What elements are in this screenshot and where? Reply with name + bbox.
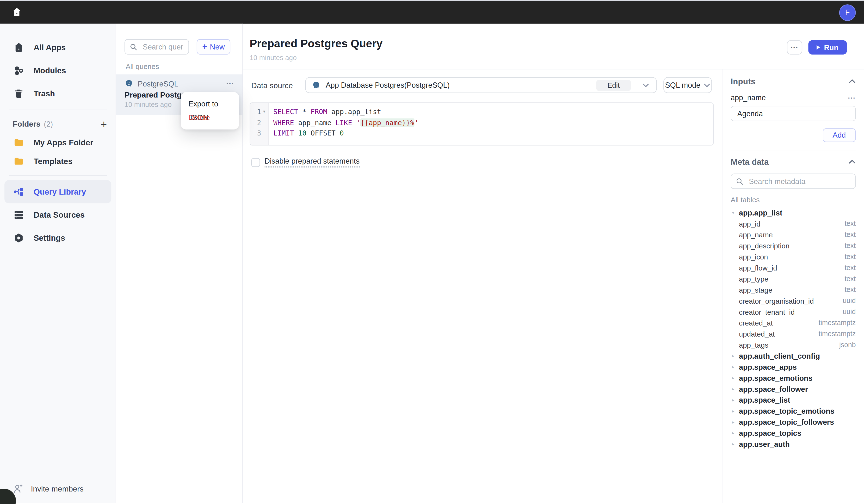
code-token: SELECT [273,108,298,116]
invite-members-button[interactable]: Invite members [13,483,84,494]
collapse-section-icon[interactable] [849,159,856,164]
content-area: Prepared Postgres Query 10 minutes ago •… [243,24,864,503]
table-name: app.space_apps [739,363,797,371]
home-outline-icon [13,41,25,53]
metadata-table-row[interactable]: ▾app.app_list [731,207,856,218]
code-line: LIMIT 10 OFFSET 0 [273,128,713,139]
code-token: app.app_list [327,108,381,116]
run-button[interactable]: Run [808,40,847,55]
code-token: 0 [340,129,344,137]
column-type: uuid [843,308,855,316]
column-name: app_type [739,275,768,283]
datasource-select[interactable]: App Database Postgres(PostgreSQL) Edit [305,77,657,93]
avatar[interactable]: F [839,4,856,21]
sidebar-item-query-library[interactable]: Query Library [4,180,111,203]
metadata-title: Meta data [731,157,769,167]
metadata-table-row[interactable]: ▸app.space_topics [731,428,856,439]
caret-down-icon: ▾ [731,210,736,215]
table-name: app.app_list [739,208,782,217]
column-type: text [844,275,855,283]
home-button[interactable] [10,6,23,19]
metadata-table-row[interactable]: ▸app.space_emotions [731,372,856,383]
context-menu-delete[interactable]: Delete [181,111,239,124]
inputs-section-header: Inputs [731,77,856,86]
query-editor-pane: Data source App Database Postgres(Postgr… [243,69,722,503]
add-folder-button[interactable]: + [101,119,107,129]
metadata-table-row[interactable]: ▸app.space_topic_followers [731,417,856,428]
query-search-box [124,39,189,55]
code-token: ' [414,118,418,127]
sidebar-item-settings[interactable]: Settings [0,227,116,250]
sidebar-folder-templates[interactable]: Templates [0,152,116,171]
metadata-table-row[interactable]: ▸app.user_auth [731,439,856,450]
code-token: WHERE [273,118,294,127]
metadata-table-row[interactable]: ▸app.space_list [731,394,856,406]
sidebar-item-label: Templates [34,157,73,166]
metadata-table-row[interactable]: ▸app.space_apps [731,361,856,372]
param-value-input[interactable] [731,106,856,121]
sidebar-item-all-apps[interactable]: All Apps [0,36,116,59]
sidebar-item-trash[interactable]: Trash [0,82,116,105]
sidebar-item-label: Data Sources [34,211,85,219]
sql-mode-select[interactable]: SQL mode [663,77,712,93]
run-label: Run [824,43,838,51]
caret-right-icon: ▸ [731,430,736,436]
metadata-column-row: app_stagetext [731,284,856,295]
chevron-down-icon [643,83,649,87]
code-token: FROM [311,108,327,116]
column-name: app_id [739,219,760,228]
sql-code-editor[interactable]: 1▾23 SELECT * FROM app.app_listWHERE app… [250,103,713,146]
sidebar: All Apps Modules Trash [0,24,116,503]
column-name: updated_at [739,330,775,338]
code-token: * [298,108,311,116]
code-line: SELECT * FROM app.app_list [273,106,713,117]
metadata-column-row: app_idtext [731,218,856,229]
line-number: 3 [255,129,261,137]
metadata-tree: ▾app.app_listapp_idtextapp_nametextapp_d… [731,207,856,449]
new-query-button[interactable]: + New [197,39,230,55]
input-param-row: app_name ••• [731,94,856,102]
disable-prepared-statements-label: Disable prepared statements [265,157,360,168]
folder-icon [13,155,25,167]
chevron-down-icon [704,83,710,87]
column-name: created_at [739,319,773,327]
more-options-button[interactable]: ••• [787,40,802,55]
sql-mode-label: SQL mode [665,81,700,89]
sidebar-item-label: Query Library [34,188,86,196]
editor-code: SELECT * FROM app.app_listWHERE app_name… [269,103,713,145]
play-icon [817,45,820,49]
table-name: app.space_topic_emotions [739,407,834,415]
table-name: app.user_auth [739,440,790,448]
metadata-search-input[interactable] [748,177,851,186]
viewport: F All Apps Modules [0,0,864,504]
code-token: 10 [298,129,307,137]
metadata-table-row[interactable]: ▸app.space_follower [731,383,856,394]
sidebar-folder-my-apps[interactable]: My Apps Folder [0,133,116,152]
metadata-column-row: app_flow_idtext [731,262,856,273]
context-menu-export-json[interactable]: Export to JSON [181,97,239,111]
page-body: All Apps Modules Trash [0,24,864,503]
param-menu-button[interactable]: ••• [848,95,856,101]
search-query-input[interactable] [142,42,184,51]
query-item-menu-button[interactable]: ••• [227,81,234,86]
fold-caret-icon[interactable]: ▾ [262,109,267,115]
app-root: F All Apps Modules [0,0,864,504]
query-item-top-row: PostgreSQL ••• [124,79,234,88]
column-type: text [844,253,855,261]
query-title-block: Prepared Postgres Query 10 minutes ago [250,37,383,62]
collapse-section-icon[interactable] [849,79,856,84]
column-type: timestamptz [819,319,856,327]
sidebar-item-modules[interactable]: Modules [0,59,116,82]
sidebar-item-data-sources[interactable]: Data Sources [0,203,116,226]
disable-prepared-statements-checkbox[interactable] [251,158,260,167]
edit-datasource-button[interactable]: Edit [596,80,631,91]
column-type: jsonb [839,341,856,349]
metadata-table-row[interactable]: ▸app.space_topic_emotions [731,406,856,417]
metadata-table-row[interactable]: ▸app.auth_client_config [731,350,856,362]
sidebar-item-label: My Apps Folder [34,139,93,147]
metadata-section-header: Meta data [731,157,856,167]
query-datasource-label: PostgreSQL [138,80,178,88]
add-input-button[interactable]: Add [823,128,856,142]
query-header: Prepared Postgres Query 10 minutes ago •… [243,24,864,69]
code-token: LIMIT [273,129,294,137]
